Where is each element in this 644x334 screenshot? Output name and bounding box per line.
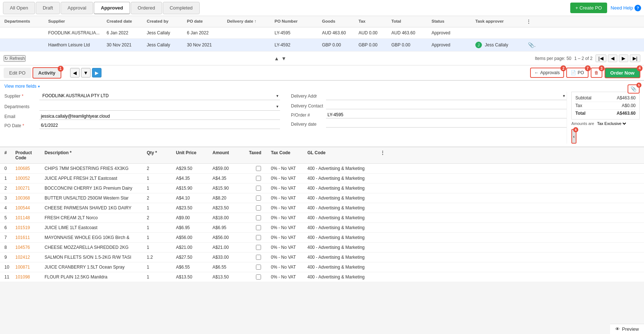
cell-task-approver-0 (474, 32, 525, 34)
amounts-type-select[interactable]: Tax Exclusive (595, 121, 627, 126)
tab-draft[interactable]: Draft (36, 2, 60, 14)
prow-desc: BOCCONCINI CHERRY 1KG Premium Dairy (43, 185, 145, 191)
delivery-addr-dropdown-icon[interactable]: ▾ (563, 94, 565, 98)
refresh-button[interactable]: ↻ Refresh (4, 55, 26, 62)
prow-unit-price: A$6.95 (175, 225, 211, 231)
prow-code[interactable]: 100271 (14, 185, 43, 191)
collapse-down-button[interactable]: ▼ (281, 56, 286, 61)
product-row[interactable]: 5 101148 FRESH CREAM 2LT Norco 2 A$9.00 … (0, 213, 644, 223)
prow-tax-code: 0% - No VAT (269, 185, 306, 191)
first-page-button[interactable]: |◀ (595, 54, 606, 62)
product-row[interactable]: 6 101519 JUICE LIME 1LT Eastcoast 1 A$6.… (0, 223, 644, 233)
taxed-checkbox[interactable] (256, 274, 261, 280)
prow-gl-code: 400 - Advertising & Marketing (306, 205, 379, 211)
taxed-checkbox[interactable] (256, 235, 261, 240)
refresh-label: Refresh (9, 56, 25, 61)
order-now-button[interactable]: Order Now (605, 68, 640, 78)
tab-edit-po[interactable]: Edit PO (4, 68, 31, 78)
cell-created-by-0: Jess Callaly (145, 30, 185, 36)
product-row[interactable]: 1 100052 JUICE APPLE FRESH 2LT Eastcoast… (0, 174, 644, 183)
collapse-up-button[interactable]: ▲ (274, 56, 279, 61)
pcol-taxed: Taxed (248, 149, 269, 161)
taxed-checkbox[interactable] (256, 215, 261, 220)
prow-code[interactable]: 101519 (14, 225, 43, 231)
departments-input[interactable] (41, 103, 276, 110)
product-row[interactable]: 4 100544 CHEESE PARMESAN SHAVED 1KG DAIR… (0, 203, 644, 213)
product-row[interactable]: 0 100685 CHIPS 7MM SHOESTRING FRIES 4X3K… (0, 164, 644, 174)
next-page-button[interactable]: ▶ (619, 54, 628, 62)
p-order-input[interactable] (326, 111, 567, 118)
supplier-dropdown-icon[interactable]: ▾ (276, 94, 279, 98)
prow-code[interactable]: 101098 (14, 274, 43, 280)
taxed-checkbox[interactable] (256, 196, 261, 201)
page-info: 1 – 2 of 2 (574, 56, 593, 61)
table-row[interactable]: FOODLINK AUSTRALIA... 6 Jan 2022 Jess Ca… (0, 27, 644, 39)
prow-code[interactable]: 101611 (14, 235, 43, 240)
product-row[interactable]: 8 104576 CHEESE MOZZARELLA SHREDDED 2KG … (0, 243, 644, 253)
summary-area: 📎 5 Subtotal A$463.60 Tax A$0.00 Total (567, 92, 640, 144)
prow-code[interactable]: 102412 (14, 254, 43, 260)
delivery-addr-input[interactable] (327, 92, 563, 99)
cell-status-1: Approved (430, 42, 474, 48)
prow-tax-code: 0% - No VAT (269, 254, 306, 260)
prow-desc: JUICE APPLE FRESH 2LT Eastcoast (43, 175, 145, 181)
prev-page-button[interactable]: ◀ (608, 54, 617, 62)
prow-code[interactable]: 100871 (14, 264, 43, 270)
approvals-button[interactable]: ← Approvals (530, 68, 564, 78)
attachment-icon[interactable]: 📎 (526, 41, 536, 49)
view-more-fields[interactable]: View more fields ▾ (4, 84, 640, 89)
prev-record-button[interactable]: ◀ (70, 68, 80, 77)
next-record-button[interactable]: ▶ (92, 68, 101, 77)
product-row[interactable]: 7 101611 MAYONNAISE WHOLE EGG 10KG Birch… (0, 233, 644, 243)
prow-amount: A$4.35 (211, 175, 248, 181)
po-date-input[interactable] (39, 122, 280, 129)
prow-unit-price: A$21.00 (175, 244, 211, 250)
taxed-checkbox[interactable] (256, 166, 261, 171)
taxed-checkbox[interactable] (256, 186, 261, 191)
prow-code[interactable]: 100368 (14, 195, 43, 201)
departments-dropdown-icon[interactable]: ▾ (276, 104, 279, 109)
prow-desc: CHEESE MOZZARELLA SHREDDED 2KG (43, 244, 145, 250)
prow-more (379, 277, 390, 277)
delivery-date-input[interactable] (326, 121, 567, 128)
tab-ordered[interactable]: Ordered (131, 2, 162, 14)
prow-tax-code: 0% - No VAT (269, 244, 306, 250)
taxed-checkbox[interactable] (256, 176, 261, 181)
total-row: Total A$463.60 (575, 110, 636, 117)
chevron-down-icon: ▾ (38, 84, 40, 88)
product-row[interactable]: 3 100368 BUTTER UNSALTED 250GM Western S… (0, 193, 644, 203)
prow-code[interactable]: 100544 (14, 205, 43, 211)
tab-activity[interactable]: Activity 1 (32, 67, 61, 79)
product-row[interactable]: 11 101098 FLOUR PLAIN 12.5KG Manildra 1 … (0, 272, 644, 282)
product-row[interactable]: 10 100871 JUICE CRANBERRY 1.5LT Ocean Sp… (0, 262, 644, 272)
prow-taxed (248, 196, 269, 201)
expand-button[interactable]: ▼ (81, 68, 91, 77)
po-wrapper: 📄 PO 7 (566, 68, 588, 78)
tab-approved[interactable]: Approved (94, 2, 130, 14)
tab-all-open[interactable]: All Open (3, 2, 35, 14)
tab-approval[interactable]: Approval (61, 2, 93, 14)
need-help-link[interactable]: Need Help ? (611, 5, 641, 11)
taxed-checkbox[interactable] (256, 225, 261, 230)
prow-amount: A$8.20 (211, 195, 248, 201)
product-row[interactable]: 9 102412 SALMON FILLETS S/ON 1.5-2KG R/W… (0, 253, 644, 262)
taxed-checkbox[interactable] (256, 245, 261, 250)
taxed-checkbox[interactable] (256, 255, 261, 260)
prow-code[interactable]: 101148 (14, 215, 43, 221)
tab-completed[interactable]: Completed (163, 2, 200, 14)
prow-more (379, 267, 390, 267)
create-po-button[interactable]: + Create PO (570, 3, 607, 13)
prow-code[interactable]: 100052 (14, 175, 43, 181)
product-row[interactable]: 2 100271 BOCCONCINI CHERRY 1KG Premium D… (0, 183, 644, 193)
taxed-checkbox[interactable] (256, 265, 261, 270)
taxed-checkbox[interactable] (256, 205, 261, 210)
table-row[interactable]: Hawthorn Leisure Ltd 30 Nov 2021 Jess Ca… (0, 39, 644, 52)
last-page-button[interactable]: ▶| (630, 54, 640, 62)
delivery-contact-input[interactable] (326, 102, 567, 109)
supplier-input[interactable] (41, 92, 276, 99)
email-input[interactable] (39, 113, 280, 120)
approvals-label: Approvals (540, 70, 560, 75)
prow-code[interactable]: 104576 (14, 244, 43, 250)
prow-code[interactable]: 100685 (14, 166, 43, 171)
p-order-label: P/Order # (291, 113, 324, 118)
